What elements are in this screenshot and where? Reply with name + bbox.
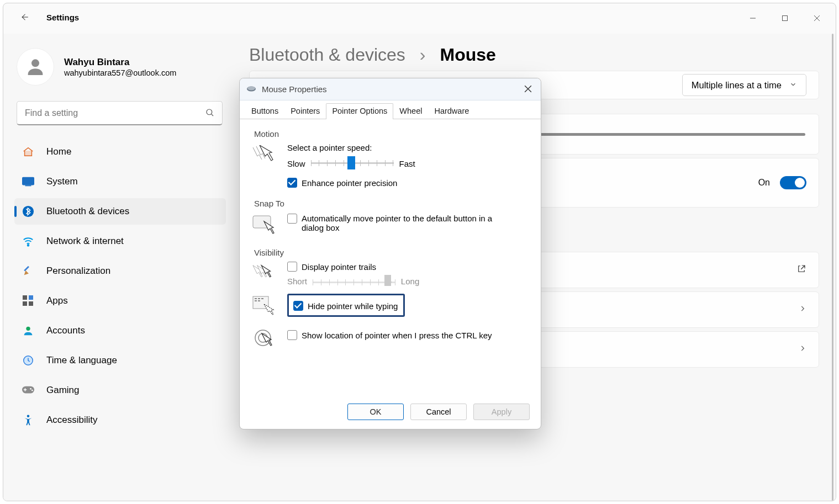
profile-name: Wahyu Bintara xyxy=(64,56,176,68)
svg-point-12 xyxy=(26,327,30,331)
tab-buttons[interactable]: Buttons xyxy=(245,103,284,119)
slider-thumb[interactable] xyxy=(347,156,355,169)
nav: Home System Bluetooth & devices Network … xyxy=(14,139,226,437)
close-button[interactable] xyxy=(801,6,833,30)
app-title: Settings xyxy=(46,13,79,22)
svg-rect-8 xyxy=(23,295,27,300)
search-input[interactable] xyxy=(17,101,223,125)
profile[interactable]: Wahyu Bintara wahyubintara557@outlook.co… xyxy=(17,48,226,86)
nav-label: Network & internet xyxy=(46,236,124,247)
trails-long-label: Long xyxy=(401,277,419,286)
ok-button[interactable]: OK xyxy=(347,404,404,420)
wifi-icon xyxy=(22,235,34,247)
mouse-icon xyxy=(246,84,256,94)
svg-point-15 xyxy=(30,388,31,390)
cancel-button[interactable]: Cancel xyxy=(410,404,467,420)
avatar xyxy=(17,48,54,86)
scrollbar[interactable] xyxy=(832,34,833,501)
svg-rect-28 xyxy=(258,300,260,301)
nav-label: Personalization xyxy=(46,266,110,277)
nav-network[interactable]: Network & internet xyxy=(14,228,226,254)
svg-rect-9 xyxy=(29,295,33,300)
open-external-icon xyxy=(796,264,806,276)
back-button[interactable] xyxy=(19,12,30,22)
toggle-state-label: On xyxy=(758,178,770,188)
nav-home[interactable]: Home xyxy=(14,139,226,165)
nav-label: Home xyxy=(46,146,71,157)
chevron-right-icon xyxy=(799,344,806,354)
tab-hardware[interactable]: Hardware xyxy=(428,103,475,119)
nav-label: Gaming xyxy=(46,385,80,396)
svg-rect-25 xyxy=(258,298,260,299)
hide-typing-highlight: Hide pointer while typing xyxy=(287,294,405,317)
nav-bluetooth-devices[interactable]: Bluetooth & devices xyxy=(14,198,226,225)
snapto-icon xyxy=(252,213,276,237)
apps-icon xyxy=(22,295,34,307)
scroll-mode-dropdown[interactable]: Multiple lines at a time xyxy=(682,74,806,96)
minimize-button[interactable] xyxy=(737,6,769,30)
nav-label: Accounts xyxy=(46,325,85,336)
speed-fast-label: Fast xyxy=(399,159,415,168)
nav-label: Bluetooth & devices xyxy=(46,206,129,217)
home-icon xyxy=(22,146,34,158)
chevron-right-icon: › xyxy=(420,45,426,65)
enhance-precision-label: Enhance pointer precision xyxy=(302,178,397,188)
nav-gaming[interactable]: Gaming xyxy=(14,377,226,404)
window-controls xyxy=(737,6,833,30)
time-icon xyxy=(22,354,34,367)
title-bar: Settings xyxy=(3,3,836,31)
breadcrumb-parent[interactable]: Bluetooth & devices xyxy=(249,45,405,65)
svg-point-17 xyxy=(27,415,30,417)
svg-rect-10 xyxy=(23,301,27,306)
hide-typing-label: Hide pointer while typing xyxy=(308,301,398,311)
svg-rect-4 xyxy=(25,185,31,186)
svg-rect-3 xyxy=(22,177,34,185)
dropdown-label: Multiple lines at a time xyxy=(692,80,782,91)
maximize-button[interactable] xyxy=(769,6,801,30)
pointer-trails-checkbox[interactable] xyxy=(287,262,297,272)
trails-slider xyxy=(313,276,395,286)
nav-time-language[interactable]: Time & language xyxy=(14,347,226,374)
dialog-buttons: OK Cancel Apply xyxy=(240,398,541,429)
tab-wheel[interactable]: Wheel xyxy=(393,103,428,119)
visibility-heading: Visibility xyxy=(254,248,529,257)
nav-apps[interactable]: Apps xyxy=(14,288,226,314)
nav-system[interactable]: System xyxy=(14,168,226,195)
pointer-speed-slider[interactable] xyxy=(311,157,394,170)
svg-rect-7 xyxy=(24,266,29,272)
nav-personalization[interactable]: Personalization xyxy=(14,258,226,284)
nav-label: Time & language xyxy=(46,355,117,366)
svg-point-6 xyxy=(28,245,29,246)
ctrl-locate-checkbox[interactable] xyxy=(287,330,297,340)
snapto-heading: Snap To xyxy=(254,199,529,208)
dialog-title-bar: Mouse Properties xyxy=(240,78,541,100)
breadcrumb: Bluetooth & devices › Mouse xyxy=(249,45,819,65)
search-icon xyxy=(205,108,215,120)
bluetooth-icon xyxy=(22,205,34,217)
svg-point-16 xyxy=(31,390,33,391)
slider-thumb xyxy=(384,275,391,286)
dialog-close-button[interactable] xyxy=(520,82,536,96)
profile-email: wahyubintara557@outlook.com xyxy=(64,68,176,77)
svg-rect-26 xyxy=(261,298,263,299)
trails-short-label: Short xyxy=(287,277,307,286)
dialog-body: Motion Select a pointer speed: Slow xyxy=(240,119,541,398)
tab-pointers[interactable]: Pointers xyxy=(284,103,326,119)
snapto-checkbox[interactable] xyxy=(287,214,297,224)
tab-pointer-options[interactable]: Pointer Options xyxy=(326,103,393,119)
enhance-precision-checkbox[interactable] xyxy=(287,178,297,188)
toggle-switch[interactable] xyxy=(780,176,806,189)
nav-accounts[interactable]: Accounts xyxy=(14,317,226,344)
personalization-icon xyxy=(22,265,34,277)
sidebar: Wahyu Bintara wahyubintara557@outlook.co… xyxy=(3,34,233,501)
chevron-right-icon xyxy=(799,305,806,315)
svg-point-5 xyxy=(23,206,34,217)
accessibility-icon xyxy=(22,414,34,426)
search-box xyxy=(17,101,223,125)
nav-label: System xyxy=(46,176,78,187)
hide-typing-checkbox[interactable] xyxy=(293,301,303,311)
svg-rect-27 xyxy=(255,300,257,301)
nav-accessibility[interactable]: Accessibility xyxy=(14,407,226,433)
snapto-label: Automatically move pointer to the defaul… xyxy=(302,214,500,232)
ctrl-locate-label: Show location of pointer when I press th… xyxy=(302,331,492,340)
